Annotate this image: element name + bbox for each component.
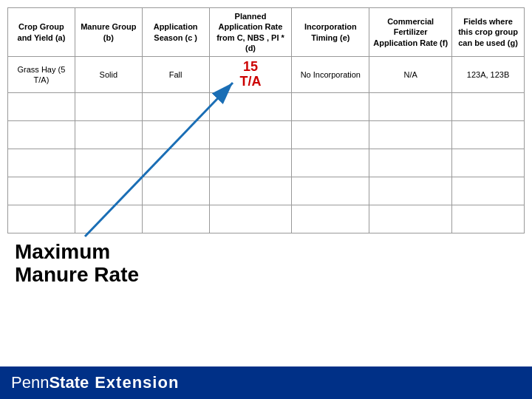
cell-commercial-fert-6 (369, 205, 452, 233)
footer: Penn State Extension (0, 366, 532, 399)
cell-app-season-4 (142, 149, 209, 177)
cell-crop-group-4 (8, 149, 75, 177)
cell-crop-group-6 (8, 205, 75, 233)
cell-commercial-fert-1: N/A (369, 57, 452, 93)
cell-fields-5 (452, 177, 525, 205)
main-content: Crop Group and Yield (a) Manure Group (b… (0, 0, 532, 366)
header-planned-app: Planned Application Rate from C, NBS , P… (209, 8, 292, 57)
table-row (8, 92, 525, 120)
cell-incorporation-1: No Incorporation (292, 57, 369, 93)
cell-incorporation-2 (292, 92, 369, 120)
cell-planned-app-4 (209, 149, 292, 177)
footer-penn-text: Penn (11, 373, 49, 392)
cell-incorporation-3 (292, 120, 369, 149)
header-fields: Fields where this crop group can be used… (452, 8, 525, 57)
cell-app-season-5 (142, 177, 209, 205)
cell-fields-4 (452, 149, 525, 177)
cell-manure-group-5 (75, 177, 142, 205)
cell-app-season-2 (142, 92, 209, 120)
cell-manure-group-1: Solid (75, 57, 142, 93)
footer-logo: Penn State Extension (11, 373, 179, 392)
cell-app-season-6 (142, 205, 209, 233)
cell-manure-group-2 (75, 92, 142, 120)
maximum-manure-label: Maximum Manure Rate (15, 241, 139, 287)
footer-state-text: State (49, 373, 89, 392)
cell-crop-group-2 (8, 92, 75, 120)
table-row (8, 120, 525, 149)
cell-commercial-fert-4 (369, 149, 452, 177)
cell-fields-3 (452, 120, 525, 149)
cell-incorporation-4 (292, 149, 369, 177)
cell-manure-group-3 (75, 120, 142, 149)
cell-planned-app-6 (209, 205, 292, 233)
cell-app-season-3 (142, 120, 209, 149)
footer-extension-text: Extension (95, 373, 179, 392)
cell-commercial-fert-2 (369, 92, 452, 120)
header-crop-group: Crop Group and Yield (a) (8, 8, 75, 57)
header-commercial-fert: Commercial Fertilizer Application Rate (… (369, 8, 452, 57)
cell-app-season-1: Fall (142, 57, 209, 93)
cell-commercial-fert-5 (369, 177, 452, 205)
cell-crop-group-3 (8, 120, 75, 149)
bottom-section: Maximum Manure Rate (7, 233, 525, 290)
cell-crop-group-5 (8, 177, 75, 205)
cell-fields-2 (452, 92, 525, 120)
table-row (8, 205, 525, 233)
table-row (8, 177, 525, 205)
header-incorporation: Incorporation Timing (e) (292, 8, 369, 57)
cell-planned-app-1: 15T/A (209, 57, 292, 93)
cell-planned-app-3 (209, 120, 292, 149)
cell-manure-group-6 (75, 205, 142, 233)
header-manure-group: Manure Group (b) (75, 8, 142, 57)
cell-fields-1: 123A, 123B (452, 57, 525, 93)
cell-fields-6 (452, 205, 525, 233)
cell-planned-app-2 (209, 92, 292, 120)
cell-planned-app-5 (209, 177, 292, 205)
cell-manure-group-4 (75, 149, 142, 177)
header-app-season: Application Season (c ) (142, 8, 209, 57)
table-row (8, 149, 525, 177)
cell-commercial-fert-3 (369, 120, 452, 149)
table-row: Grass Hay (5 T/A) Solid Fall 15T/A No In… (8, 57, 525, 93)
table-wrapper: Crop Group and Yield (a) Manure Group (b… (7, 7, 525, 233)
cell-crop-group-1: Grass Hay (5 T/A) (8, 57, 75, 93)
cell-incorporation-5 (292, 177, 369, 205)
data-table: Crop Group and Yield (a) Manure Group (b… (7, 7, 525, 233)
cell-incorporation-6 (292, 205, 369, 233)
